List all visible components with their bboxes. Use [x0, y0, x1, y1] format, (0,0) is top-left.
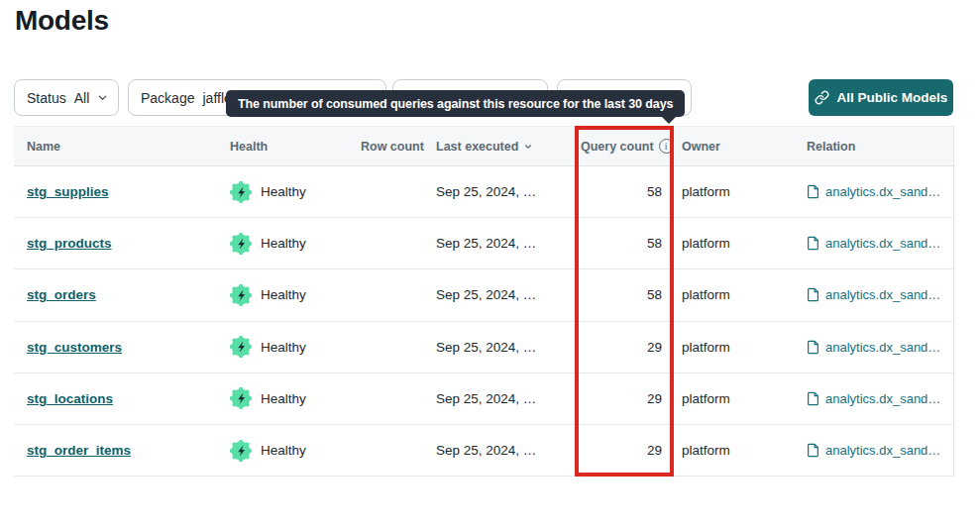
health-status-label: Healthy — [261, 443, 306, 458]
health-cell: Healthy — [230, 181, 361, 203]
file-icon — [807, 340, 819, 355]
owner-cell: platform — [674, 236, 793, 251]
owner-cell: platform — [674, 340, 793, 355]
health-cell: Healthy — [230, 440, 361, 462]
query-count-cell: 29 — [581, 391, 674, 406]
table-row: stg_locations Healthy — [14, 373, 953, 425]
relation-label: analytics.dx_sand… — [825, 184, 940, 199]
info-icon[interactable]: i — [659, 139, 674, 154]
health-cell: Healthy — [230, 284, 361, 306]
healthy-badge-icon — [230, 387, 252, 409]
healthy-badge-icon — [230, 233, 252, 255]
relation-label: analytics.dx_sand… — [825, 236, 940, 251]
file-icon — [807, 236, 819, 251]
table-header-row: Name Health Row count Last executed Quer… — [14, 126, 953, 166]
column-header-row-count[interactable]: Row count — [361, 140, 436, 154]
column-header-query-count[interactable]: Query count i — [581, 139, 674, 154]
relation-link[interactable]: analytics.dx_sand… — [807, 391, 953, 406]
status-filter-label: Status — [27, 90, 66, 106]
query-count-cell: 58 — [581, 184, 674, 199]
chevron-down-icon — [97, 92, 108, 103]
health-status-label: Healthy — [261, 340, 306, 355]
health-cell: Healthy — [230, 336, 361, 358]
model-name-link[interactable]: stg_order_items — [27, 443, 131, 458]
table-row: stg_customers Healthy — [14, 322, 953, 373]
last-executed-cell: Sep 25, 2024, … — [436, 236, 581, 251]
models-page: Models Status All Package jaffle_ All Pu… — [0, 0, 980, 531]
owner-cell: platform — [674, 443, 793, 458]
last-executed-cell: Sep 25, 2024, … — [436, 391, 581, 406]
package-filter-label: Package — [141, 90, 194, 106]
link-icon — [815, 90, 829, 105]
health-status-label: Healthy — [261, 236, 306, 251]
file-icon — [807, 391, 819, 406]
column-header-owner[interactable]: Owner — [674, 140, 793, 154]
model-name-link[interactable]: stg_orders — [27, 287, 96, 302]
last-executed-cell: Sep 25, 2024, … — [436, 287, 581, 302]
healthy-badge-icon — [230, 336, 252, 358]
model-name-link[interactable]: stg_customers — [27, 340, 122, 355]
owner-cell: platform — [674, 391, 793, 406]
relation-label: analytics.dx_sand… — [825, 287, 940, 302]
status-filter-dropdown[interactable]: Status All — [14, 79, 119, 116]
last-executed-cell: Sep 25, 2024, … — [436, 184, 581, 199]
last-executed-cell: Sep 25, 2024, … — [436, 340, 581, 355]
owner-cell: platform — [674, 184, 793, 199]
page-title: Models — [15, 5, 109, 37]
relation-label: analytics.dx_sand… — [825, 391, 940, 406]
table-row: stg_orders Healthy — [14, 269, 953, 321]
query-count-cell: 58 — [581, 287, 674, 302]
healthy-badge-icon — [230, 181, 252, 203]
relation-link[interactable]: analytics.dx_sand… — [807, 236, 953, 251]
model-name-link[interactable]: stg_locations — [27, 391, 113, 406]
relation-label: analytics.dx_sand… — [825, 443, 940, 458]
file-icon — [807, 287, 819, 302]
status-filter-value: All — [74, 90, 90, 106]
tooltip-text: The number of consumed queries against t… — [238, 97, 673, 111]
owner-cell: platform — [674, 287, 793, 302]
health-cell: Healthy — [230, 387, 361, 409]
table-row: stg_order_items Healthy — [14, 425, 953, 477]
table-row: stg_products Healthy — [14, 218, 953, 269]
column-header-relation[interactable]: Relation — [793, 140, 953, 154]
table-row: stg_supplies Healthy — [14, 166, 953, 218]
health-cell: Healthy — [230, 233, 361, 255]
model-name-link[interactable]: stg_products — [27, 236, 112, 251]
all-public-models-label: All Public Models — [837, 90, 948, 105]
relation-link[interactable]: analytics.dx_sand… — [807, 184, 953, 199]
column-header-health[interactable]: Health — [230, 140, 361, 154]
all-public-models-button[interactable]: All Public Models — [809, 79, 953, 116]
relation-link[interactable]: analytics.dx_sand… — [807, 443, 953, 458]
sort-chevron-down-icon — [523, 142, 533, 152]
healthy-badge-icon — [230, 440, 252, 462]
relation-label: analytics.dx_sand… — [825, 340, 940, 355]
relation-link[interactable]: analytics.dx_sand… — [807, 340, 953, 355]
health-status-label: Healthy — [261, 287, 306, 302]
file-icon — [807, 184, 819, 199]
last-executed-cell: Sep 25, 2024, … — [436, 443, 581, 458]
column-header-last-executed[interactable]: Last executed — [436, 140, 581, 154]
query-count-cell: 29 — [581, 340, 674, 355]
query-count-cell: 58 — [581, 236, 674, 251]
health-status-label: Healthy — [261, 391, 306, 406]
query-count-cell: 29 — [581, 443, 674, 458]
models-table: Name Health Row count Last executed Quer… — [14, 126, 954, 477]
column-header-name[interactable]: Name — [14, 140, 230, 154]
healthy-badge-icon — [230, 284, 252, 306]
query-count-tooltip: The number of consumed queries against t… — [226, 90, 685, 117]
file-icon — [807, 443, 819, 458]
health-status-label: Healthy — [261, 184, 306, 199]
relation-link[interactable]: analytics.dx_sand… — [807, 287, 953, 302]
model-name-link[interactable]: stg_supplies — [27, 184, 109, 199]
